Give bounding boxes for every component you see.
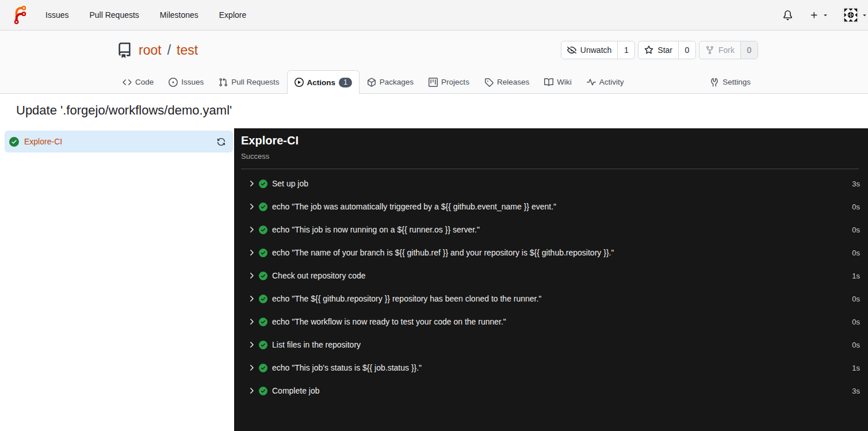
button-count[interactable]: 0 xyxy=(678,41,695,59)
forgejo-logo[interactable] xyxy=(11,6,29,24)
step-duration: 0s xyxy=(845,226,860,234)
tab-label: Issues xyxy=(181,78,204,86)
job-log-panel: Explore-CI Success Set up job 3s echo "T… xyxy=(234,128,868,431)
repo-tab[interactable]: Pull Requests xyxy=(211,70,286,93)
package-icon xyxy=(367,78,376,87)
repo-tab[interactable]: Releases xyxy=(477,70,537,93)
job-item[interactable]: Explore-CI xyxy=(5,131,233,152)
step-success-icon xyxy=(259,249,267,257)
button-count[interactable]: 0 xyxy=(740,41,758,59)
step-name: echo "The workflow is now ready to test … xyxy=(272,317,506,326)
step-row[interactable]: echo "The ${{ github.repository }} repos… xyxy=(241,287,860,310)
repo-tab[interactable]: Actions 1 xyxy=(287,70,360,94)
chevron-right-icon[interactable] xyxy=(247,386,256,395)
job-panel-header: Explore-CI Success xyxy=(234,128,868,169)
chevron-right-icon[interactable] xyxy=(247,294,256,303)
job-name: Explore-CI xyxy=(24,137,62,146)
step-row[interactable]: echo "This job's status is ${{ job.statu… xyxy=(241,356,860,379)
step-row[interactable]: echo "This job is now running on a ${{ r… xyxy=(241,218,860,241)
step-row[interactable]: List files in the repository 0s xyxy=(241,333,860,356)
chevron-right-icon[interactable] xyxy=(247,317,256,326)
step-success-icon xyxy=(259,226,267,234)
navbar-link[interactable]: Explore xyxy=(209,0,257,30)
step-success-icon xyxy=(259,180,267,188)
chevron-down-icon xyxy=(822,12,829,18)
repo-tab[interactable]: Wiki xyxy=(537,70,579,93)
chevron-right-icon[interactable] xyxy=(247,225,256,234)
button-count[interactable]: 1 xyxy=(617,41,634,59)
pulse-icon xyxy=(587,78,596,87)
tag-icon xyxy=(484,78,494,87)
repo-title: root / test xyxy=(139,43,198,58)
step-name: Set up job xyxy=(272,179,308,188)
rerun-sync-icon[interactable] xyxy=(217,138,225,146)
step-duration: 0s xyxy=(845,249,860,257)
jobs-sidebar: Explore-CI xyxy=(0,128,234,431)
create-new-dropdown[interactable] xyxy=(810,11,829,20)
repo-action-button[interactable]: Star 0 xyxy=(638,41,696,59)
repo-action-button[interactable]: Unwatch 1 xyxy=(561,41,635,59)
repo-tab[interactable]: Settings xyxy=(702,70,758,93)
step-success-icon xyxy=(259,364,267,372)
navbar-link[interactable]: Milestones xyxy=(150,0,209,30)
chevron-right-icon[interactable] xyxy=(247,248,256,257)
step-row[interactable]: echo "The name of your branch is ${{ git… xyxy=(241,241,860,264)
book-icon xyxy=(544,78,553,87)
play-icon xyxy=(295,78,304,87)
tab-label: Actions xyxy=(307,78,336,87)
step-duration: 1s xyxy=(845,364,860,372)
step-name: echo "This job's status is ${{ job.statu… xyxy=(272,363,422,372)
step-row[interactable]: echo "The job was automatically triggere… xyxy=(241,195,860,218)
step-row[interactable]: Set up job 3s xyxy=(241,172,860,195)
chevron-right-icon[interactable] xyxy=(247,202,256,211)
repo-name-link[interactable]: test xyxy=(177,43,198,58)
tab-label: Code xyxy=(135,78,154,86)
repo-tab[interactable]: Activity xyxy=(579,70,632,93)
repo-tab[interactable]: Code xyxy=(115,70,161,93)
step-name: List files in the repository xyxy=(272,340,361,349)
repo-tabs: Code Issues Pull Requests Actions 1 P xyxy=(110,70,758,93)
button-label: Star xyxy=(657,45,672,55)
tab-label: Packages xyxy=(380,78,414,86)
step-success-icon xyxy=(259,295,267,303)
repo-forked-icon xyxy=(705,45,714,55)
chevron-down-icon xyxy=(861,12,868,18)
step-duration: 1s xyxy=(845,272,860,280)
step-duration: 0s xyxy=(845,295,860,303)
chevron-right-icon[interactable] xyxy=(247,271,256,280)
notifications-bell-icon[interactable] xyxy=(783,10,793,20)
navbar-right xyxy=(783,7,868,22)
step-success-icon xyxy=(259,272,267,280)
navbar-link[interactable]: Issues xyxy=(35,0,79,30)
navbar-link[interactable]: Pull Requests xyxy=(79,0,149,30)
step-row[interactable]: Complete job 3s xyxy=(241,379,860,402)
chevron-right-icon[interactable] xyxy=(247,179,256,188)
project-icon xyxy=(429,78,438,87)
repo-tab[interactable]: Issues xyxy=(161,70,211,93)
repo-tab[interactable]: Projects xyxy=(421,70,477,93)
step-name: echo "This job is now running on a ${{ r… xyxy=(272,225,480,234)
repo-action-button[interactable]: Fork 0 xyxy=(699,41,758,59)
tab-label: Wiki xyxy=(557,78,572,86)
code-icon xyxy=(123,78,132,87)
git-pull-request-icon xyxy=(219,78,228,87)
star-icon xyxy=(644,45,653,55)
step-success-icon xyxy=(259,341,267,349)
step-row[interactable]: Check out repository code 1s xyxy=(241,264,860,287)
plus-icon xyxy=(810,11,819,20)
user-menu-dropdown[interactable] xyxy=(843,7,868,22)
job-panel-status: Success xyxy=(241,152,859,161)
repo-title-separator: / xyxy=(167,43,171,58)
tab-label: Pull Requests xyxy=(231,78,279,86)
step-duration: 0s xyxy=(845,341,860,349)
step-duration: 0s xyxy=(845,203,860,211)
step-name: echo "The job was automatically triggere… xyxy=(272,202,556,211)
repo-tab[interactable]: Packages xyxy=(360,70,421,93)
repo-owner-link[interactable]: root xyxy=(139,43,162,58)
step-success-icon xyxy=(259,387,267,395)
chevron-right-icon[interactable] xyxy=(247,340,256,349)
step-duration: 3s xyxy=(845,387,860,395)
step-success-icon xyxy=(259,318,267,326)
step-row[interactable]: echo "The workflow is now ready to test … xyxy=(241,310,860,333)
chevron-right-icon[interactable] xyxy=(247,363,256,372)
